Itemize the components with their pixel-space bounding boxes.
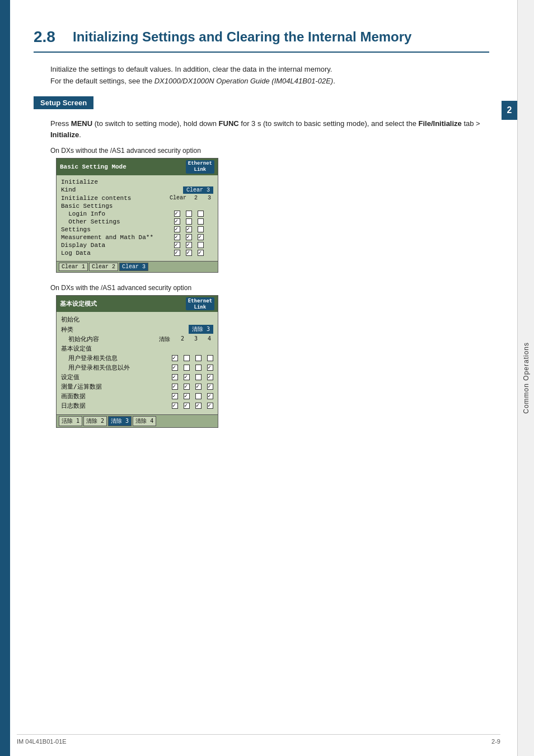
screen-row-kind: Kind Clear 3 [61,186,213,194]
screen-row-display-data: Display Data [61,242,213,249]
initialize-option: Initialize [50,130,79,139]
cn-settings-col1 [172,374,178,380]
settings-col1-check [174,226,180,232]
screen-row-cn-display: 画面数据 [61,392,213,400]
ethernet-badge-2: Ethernet Link [186,297,214,311]
cn-userlogin-col2 [184,355,190,361]
clear3-button[interactable]: Clear 3 [183,186,213,194]
cn-bottom-clear3[interactable]: 清除 3 [108,416,132,426]
log-col1-check [174,250,180,256]
screen-title-chinese: 基本设定模式 [60,300,97,308]
cn-disp-col2 [184,393,190,399]
screen-bottom-bar-english: Clear 1 Clear 2 Clear 3 [57,261,218,272]
cn-userother-col3 [195,365,202,371]
ethernet-line1: Ethernet [188,161,212,167]
settings-col2-check [186,226,192,232]
intro-line2-prefix: For the default settings, see the [50,77,154,85]
cn-userother-col1 [172,365,178,371]
screen-row-cn-user-login-other: 用户登录相关信息以外 [61,363,213,372]
cn-meas-col4 [207,384,213,390]
screen-bottom-bar-chinese: 活除 1 清除 2 清除 3 清除 4 [57,414,218,427]
screen-row-other-settings: Other Settings [61,218,213,225]
ethernet-line2-cn: Link [188,304,212,310]
instructions-text: Press MENU (to switch to setting mode), … [50,118,489,142]
cn-clear3-button[interactable]: 清除 3 [189,325,213,334]
page-footer: IM 04L41B01-01E 2-9 [17,734,500,745]
cn-bottom-clear2[interactable]: 清除 2 [83,416,107,426]
login-col2-check [186,211,192,217]
screen-row-cn-init-contents-header: 初始化内容 清除 2 3 4 [61,335,213,343]
screen-row-cn-log: 日志数据 [61,402,213,410]
login-col3-check [198,211,204,217]
ethernet-line2: Link [188,167,212,173]
intro-guide-ref: DX1000/DX1000N Operation Guide (IM04L41B… [154,77,333,85]
screen-row-cn-initialize: 初始化 [61,315,213,324]
log-col2-check [186,250,192,256]
meas-col2-check [186,234,192,240]
cn-disp-col4 [207,393,213,399]
cn-settings-col2 [184,374,190,380]
cn-userlogin-col3 [195,355,202,361]
screen-row-cn-basic-settings: 基本设定值 [61,344,213,353]
chapter-heading: 2.8 Initializing Settings and Clearing t… [34,28,489,53]
cn-bottom-clear1[interactable]: 活除 1 [59,416,82,426]
menu-key: MENU [71,119,92,128]
chapter-title: Initializing Settings and Clearing the I… [73,28,411,45]
page-number-tab: 2 [502,101,517,120]
screen-row-init-contents-header: Initialize contents Clear 2 3 [61,195,213,202]
sidebar-label: Common Operations [522,342,530,414]
cn-log-col3 [195,403,202,409]
screen-row-cn-meas: 测量/运算数据 [61,382,213,391]
cn-userlogin-col1 [172,355,178,361]
cn-settings-col4 [207,374,213,380]
footer-right: 2-9 [491,738,500,745]
screen-header-english: Basic Setting Mode Ethernet Link [57,158,218,175]
disp-col3-check [198,242,204,248]
cn-bottom-clear4[interactable]: 清除 4 [133,416,156,426]
right-sidebar: Common Operations [517,0,534,756]
cn-log-col4 [207,403,213,409]
screen-row-meas-math: Measurement and Math Da** [61,234,213,241]
cn-userlogin-col4 [207,355,213,361]
cn-log-col2 [184,403,190,409]
caption-without-as1: On DXs without the /AS1 advanced securit… [50,147,489,155]
other-col1-check [174,218,180,225]
intro-line2-suffix: . [333,77,335,85]
cn-meas-col1 [172,384,178,390]
screen-row-settings: Settings [61,226,213,233]
screen-body-english: Initialize Kind Clear 3 Initialize conte… [57,175,218,261]
meas-col1-check [174,234,180,240]
file-initialize-tab: File/Initialize [419,119,462,128]
left-accent-bar [0,0,10,756]
screen-row-cn-user-login: 用户登录相关信息 [61,354,213,362]
meas-col3-check [198,234,204,240]
screen-row-cn-settings: 设定值 [61,373,213,381]
screen-row-initialize: Initialize [61,179,213,185]
screen-title-english: Basic Setting Mode [60,164,127,170]
bottom-clear1[interactable]: Clear 1 [59,263,88,271]
screen-row-col-nums: Basic Settings [61,203,213,209]
bottom-clear3[interactable]: Clear 3 [119,263,148,271]
main-content: 2.8 Initializing Settings and Clearing t… [17,0,500,450]
other-col2-check [186,218,192,225]
cn-userother-col2 [184,365,190,371]
bottom-clear2[interactable]: Clear 2 [89,263,118,271]
footer-left: IM 04L41B01-01E [17,738,67,745]
screen-body-chinese: 初始化 种类 清除 3 初始化内容 清除 2 3 4 基本设定值 [57,312,218,414]
cn-log-col1 [172,403,178,409]
login-col1-check [174,211,180,217]
cn-meas-col2 [184,384,190,390]
intro-text: Initialize the settings to default value… [50,64,489,87]
device-screen-chinese: 基本设定模式 Ethernet Link 初始化 种类 清除 3 初始化内容 清… [56,295,218,428]
intro-line1: Initialize the settings to default value… [50,65,332,73]
caption-with-as1: On DXs with the /AS1 advanced security o… [50,284,489,292]
chapter-number: 2.8 [34,28,73,46]
cn-userother-col4 [207,365,213,371]
other-col3-check [198,218,204,225]
cn-disp-col1 [172,393,178,399]
cn-disp-col3 [195,393,202,399]
setup-screen-label: Setup Screen [34,96,93,109]
cn-meas-col3 [195,384,202,390]
disp-col1-check [174,242,180,248]
screen-row-log-data: Log Data [61,250,213,256]
